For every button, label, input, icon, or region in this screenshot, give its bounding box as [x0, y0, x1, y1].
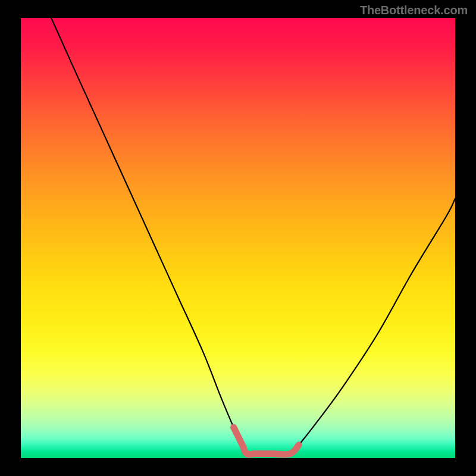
watermark-text: TheBottleneck.com	[360, 4, 468, 17]
curve-overlay	[21, 18, 455, 458]
bottleneck-curve	[51, 18, 455, 455]
plot-area	[21, 18, 455, 458]
optimal-zone-highlight	[234, 427, 299, 455]
